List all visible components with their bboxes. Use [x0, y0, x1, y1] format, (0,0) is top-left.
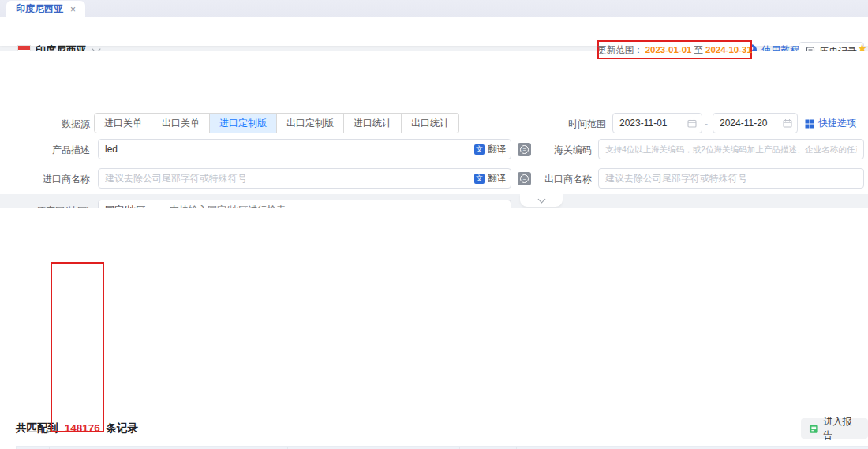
data-source-tab[interactable]: 出口统计: [402, 113, 459, 133]
exporter-field: [598, 168, 864, 189]
data-source-tabs: 进口关单出口关单进口定制版出口定制版进口统计出口统计: [94, 113, 459, 133]
date-end-field: [713, 113, 798, 133]
translate-label: 翻译: [488, 144, 506, 155]
update-range-label: 更新范围：: [597, 44, 643, 56]
data-source-tab[interactable]: 出口定制版: [277, 113, 344, 133]
enter-report-label: 进入报告: [824, 415, 860, 442]
exporter-input[interactable]: [598, 168, 864, 189]
importer-input[interactable]: [98, 168, 511, 189]
update-range-banner: 更新范围： 2023-01-01 至 2024-10-31: [597, 40, 752, 59]
time-range-label: 时间范围: [537, 118, 606, 129]
matched-suffix: 条记录: [107, 422, 139, 434]
translate-label: 翻译: [488, 173, 506, 185]
results-table: 查看日期进口商名称(标准)出口商名称(标准)海关编码产品描述 2024-10-3…: [16, 446, 868, 449]
tab-title: 印度尼西亚: [16, 2, 63, 16]
report-icon: [809, 424, 819, 434]
tab-indonesia[interactable]: 印度尼西亚 ×: [6, 1, 85, 17]
date-separator: -: [705, 118, 708, 129]
data-source-tab[interactable]: 进口统计: [344, 113, 402, 133]
search-form: 数据源 进口关单出口关单进口定制版出口定制版进口统计出口统计 时间范围 -: [0, 51, 868, 194]
close-icon[interactable]: ×: [70, 4, 76, 15]
update-range-end: 2024-10-31: [705, 45, 752, 54]
trade-data-app: 印度尼西亚 × 印度尼西亚 ? 使用教程 历史记录 ★ 更新范围： 2023-0…: [0, 0, 868, 449]
calendar-icon: [783, 118, 792, 128]
calendar-icon: [687, 118, 697, 128]
hs-code-field: [598, 139, 864, 159]
translate-icon: 文: [474, 144, 485, 155]
matched-count: 148176: [62, 422, 103, 434]
importer-label: 进口商名称: [16, 174, 90, 185]
quick-options-icon: [805, 119, 814, 129]
result-summary: 共匹配到 148176 条记录: [16, 421, 138, 436]
translate-button[interactable]: 文 翻译: [474, 144, 506, 155]
results-panel: 共匹配到 148176 条记录 进入报告 查看日期进口商名称(标准)出口商名称(…: [0, 208, 868, 449]
tab-bar: 印度尼西亚 ×: [0, 0, 868, 18]
exporter-label: 出口商名称: [522, 174, 592, 185]
product-desc-input[interactable]: [98, 139, 511, 159]
hs-code-label: 海关编码: [522, 144, 592, 155]
translate-button[interactable]: 文 翻译: [474, 173, 506, 185]
collapse-chevron-icon: [537, 196, 545, 204]
matched-prefix: 共匹配到: [16, 422, 58, 434]
quick-options-button[interactable]: 快捷选项: [805, 117, 856, 130]
data-source-tab[interactable]: 出口关单: [152, 113, 210, 133]
quick-options-label: 快捷选项: [818, 117, 856, 130]
data-source-tab[interactable]: 进口关单: [94, 113, 152, 133]
date-start-field: [612, 113, 702, 133]
product-desc-field: 文 翻译: [98, 139, 511, 159]
importer-field: 文 翻译: [98, 168, 511, 189]
update-range-start: 2023-01-01: [645, 45, 692, 54]
enter-report-button[interactable]: 进入报告: [801, 418, 868, 439]
translate-icon: 文: [474, 174, 485, 184]
hs-code-input[interactable]: [598, 139, 864, 159]
data-source-tab[interactable]: 进口定制版: [210, 113, 277, 133]
update-range-to: 至: [694, 44, 704, 56]
product-desc-label: 产品描述: [16, 144, 90, 155]
collapse-form-handle[interactable]: [520, 194, 563, 207]
data-source-label: 数据源: [16, 118, 90, 129]
